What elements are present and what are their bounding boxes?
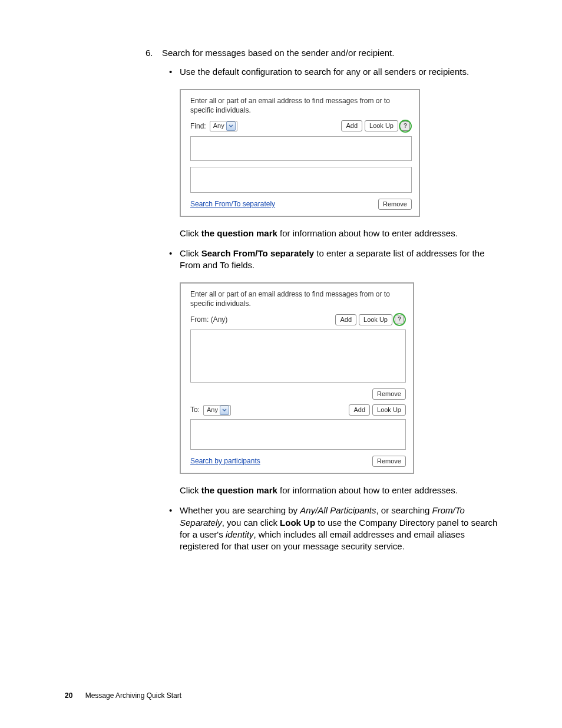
search-panel-separate: Enter all or part of an email address to… xyxy=(180,282,414,474)
sub-bullets-3: • Whether you are searching by Any/All P… xyxy=(162,505,503,552)
lookup-button[interactable]: Look Up xyxy=(365,120,398,131)
search-by-participants-link[interactable]: Search by participants xyxy=(190,456,260,466)
bullet-dot: • xyxy=(169,505,172,516)
address-textarea[interactable] xyxy=(190,136,412,161)
to-textarea[interactable] xyxy=(190,419,406,450)
add-button[interactable]: Add xyxy=(349,404,370,416)
numbered-list: 6. Search for messages based on the send… xyxy=(65,47,503,552)
search-panel-combined: Enter all or part of an email address to… xyxy=(180,89,420,217)
instruction-question-mark-1: Click the question mark for information … xyxy=(180,228,503,239)
to-label: To: xyxy=(190,405,200,414)
lookup-button[interactable]: Look Up xyxy=(372,404,406,416)
step-6: 6. Search for messages based on the send… xyxy=(162,47,503,552)
sub-bullets-2: • Click Search From/To separately to ent… xyxy=(162,248,503,272)
panel-bottom-row: Search From/To separately Remove xyxy=(190,199,412,210)
page-number: 20 xyxy=(65,691,72,700)
from-bottom-row: Remove xyxy=(190,388,406,400)
svg-point-1 xyxy=(394,314,405,325)
panel-intro: Enter all or part of an email address to… xyxy=(190,96,412,115)
sub-bullets: • Use the default configuration to searc… xyxy=(162,66,503,78)
bullet-dot: • xyxy=(169,66,172,78)
step-number: 6. xyxy=(146,47,153,59)
search-from-to-link[interactable]: Search From/To separately xyxy=(190,199,275,209)
from-row: From: (Any) Add Look Up ? xyxy=(190,313,406,326)
instruction-question-mark-2: Click the question mark for information … xyxy=(180,485,503,496)
lookup-button[interactable]: Look Up xyxy=(359,314,392,325)
dropdown-value: Any xyxy=(213,121,224,130)
to-bottom-row: Search by participants Remove xyxy=(190,456,406,467)
bullet-lookup-info: • Whether you are searching by Any/All P… xyxy=(180,505,503,552)
remove-button[interactable]: Remove xyxy=(372,456,406,467)
chevron-down-icon xyxy=(220,406,229,415)
help-highlight: ? xyxy=(393,313,406,326)
help-highlight: ? xyxy=(399,120,412,133)
chevron-down-icon xyxy=(226,121,236,131)
panel-intro: Enter all or part of an email address to… xyxy=(190,289,406,308)
find-label: Find: xyxy=(190,121,206,131)
from-label: From: (Any) xyxy=(190,315,227,324)
find-row: Find: Any Add Look Up ? xyxy=(190,120,412,133)
document-page: 6. Search for messages based on the send… xyxy=(0,0,562,728)
step-text: Search for messages based on the sender … xyxy=(162,48,394,58)
footer-title: Message Archiving Quick Start xyxy=(85,691,181,700)
find-dropdown[interactable]: Any xyxy=(210,121,237,131)
bullet-dot: • xyxy=(169,248,172,259)
bullet-separate-search: • Click Search From/To separately to ent… xyxy=(180,248,503,272)
dropdown-value: Any xyxy=(207,406,218,414)
svg-point-0 xyxy=(399,120,411,132)
page-footer: 20 Message Archiving Quick Start xyxy=(65,691,181,700)
from-textarea[interactable] xyxy=(190,330,406,383)
to-row: To: Any Add Look Up xyxy=(190,404,406,416)
add-button[interactable]: Add xyxy=(341,120,362,131)
address-textarea-2[interactable] xyxy=(190,167,412,193)
bullet-text: Use the default configuration to search … xyxy=(180,67,469,77)
add-button[interactable]: Add xyxy=(335,314,356,325)
remove-button[interactable]: Remove xyxy=(378,199,412,210)
to-dropdown[interactable]: Any xyxy=(203,405,231,416)
remove-button[interactable]: Remove xyxy=(372,388,406,400)
bullet-default-config: • Use the default configuration to searc… xyxy=(180,66,503,78)
